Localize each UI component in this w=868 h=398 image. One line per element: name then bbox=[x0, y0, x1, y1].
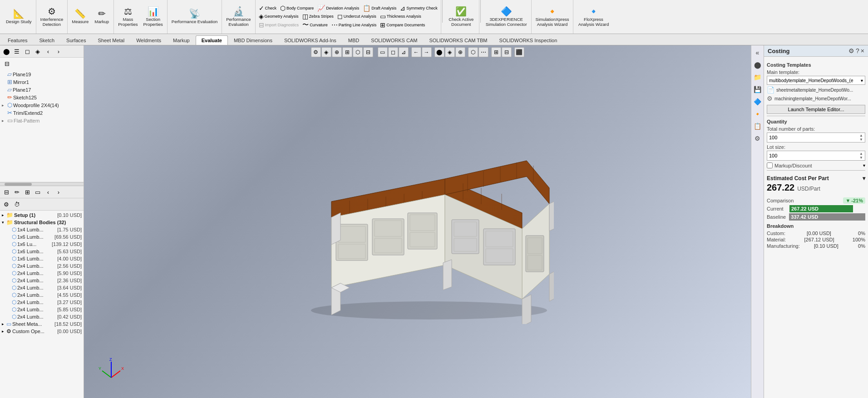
cost-item-1x6-lumb1[interactable]: ⬡ 1x6 Lumb... [69.56 USD] bbox=[0, 233, 84, 241]
tree-item-plane17[interactable]: ▱ Plane17 bbox=[0, 86, 84, 93]
measure-button[interactable]: 📏 Measure bbox=[69, 8, 91, 25]
cost-item-1x6-lumb4[interactable]: ⬡ 1x6 Lumb... [4.00 USD] bbox=[0, 255, 84, 262]
curvature-button[interactable]: 〜 Curvature bbox=[301, 20, 329, 29]
tab-evaluate[interactable]: Evaluate bbox=[196, 35, 228, 45]
vp-btn-18[interactable]: ⊟ bbox=[502, 47, 512, 57]
vp-btn-16[interactable]: ⋯ bbox=[478, 47, 488, 57]
vp-btn-5[interactable]: ⬡ bbox=[353, 47, 363, 57]
check-button[interactable]: ✓ Check bbox=[257, 4, 278, 12]
tree-item-flat-pattern[interactable]: ▸ ▭ Flat-Pattern bbox=[0, 117, 84, 124]
draft-analysis-button[interactable]: 📋 Draft Analysis bbox=[361, 4, 398, 12]
cost-item-2x4-lumb8[interactable]: ⬡ 2x4 Lumb... [0.42 USD] bbox=[0, 313, 84, 320]
feature-tree-btn4[interactable]: ◈ bbox=[33, 46, 43, 56]
tab-weldments[interactable]: Weldments bbox=[130, 35, 167, 45]
vp-btn-17[interactable]: ⊞ bbox=[491, 47, 501, 57]
vp-btn-15[interactable]: ⬡ bbox=[468, 47, 478, 57]
total-parts-input[interactable]: 100 bbox=[769, 135, 859, 140]
performance-evaluation-button[interactable]: 🔬 PerformanceEvaluation bbox=[224, 5, 253, 29]
rs-btn-2[interactable]: 📁 bbox=[752, 72, 763, 83]
vp-btn-19[interactable]: ⬛ bbox=[514, 47, 524, 57]
rs-btn-5[interactable]: 🔸 bbox=[752, 108, 763, 119]
vp-btn-3[interactable]: ⊕ bbox=[332, 47, 342, 57]
markup-button[interactable]: ✏ Markup bbox=[92, 8, 112, 25]
vp-btn-8[interactable]: ◻ bbox=[388, 47, 398, 57]
3dexperience-button[interactable]: 🔷 3DEXPERIENCESimulation Connector bbox=[483, 5, 529, 29]
tab-features[interactable]: Features bbox=[2, 35, 33, 45]
rs-btn-4[interactable]: 🔷 bbox=[752, 96, 763, 107]
cost-item-2x4-lumb5[interactable]: ⬡ 2x4 Lumb... [4.55 USD] bbox=[0, 291, 84, 299]
lot-arrow-up[interactable]: ▲ bbox=[859, 152, 863, 156]
check-active-document-button[interactable]: ✅ Check ActiveDocument bbox=[445, 5, 477, 29]
compare-documents-button[interactable]: ⊞ Compare Documents bbox=[379, 21, 426, 29]
zebra-stripes-button[interactable]: ◫ Zebra Stripes bbox=[301, 12, 335, 20]
cost-item-custom-ope[interactable]: ▸ ⚙ Custom Ope... [0.00 USD] bbox=[0, 328, 84, 335]
est-expand-icon[interactable]: ▾ bbox=[863, 175, 865, 182]
cost-btn4[interactable]: ▭ bbox=[33, 187, 43, 197]
cost-item-1x6-lumb3[interactable]: ⬡ 1x6 Lumb... [5.63 USD] bbox=[0, 248, 84, 255]
cost-item-sheet-metal[interactable]: ▸ ▭ Sheet Meta... [18.52 USD] bbox=[0, 320, 84, 328]
markup-expand-arrow[interactable]: ▾ bbox=[863, 163, 865, 168]
rs-btn-7[interactable]: ⚙ bbox=[752, 133, 763, 144]
mass-properties-button[interactable]: ⚖ MassProperties bbox=[116, 5, 140, 29]
total-parts-arrows[interactable]: ▲ ▼ bbox=[859, 133, 863, 142]
cost-item-2x4-lumb1[interactable]: ⬡ 2x4 Lumb... [2.56 USD] bbox=[0, 262, 84, 270]
feature-tree-next[interactable]: › bbox=[54, 46, 64, 56]
tab-mbd-dimensions[interactable]: MBD Dimensions bbox=[228, 35, 278, 45]
cost-item-1x4-lumb1[interactable]: ⬡ 1x4 Lumb... [1.75 USD] bbox=[0, 226, 84, 233]
feature-tree-btn1[interactable]: ⬤ bbox=[1, 46, 11, 56]
cost-btn1[interactable]: ⊟ bbox=[1, 187, 11, 197]
filter-icon[interactable]: ⊟ bbox=[2, 59, 12, 69]
vp-btn-1[interactable]: ⚙ bbox=[311, 47, 321, 57]
sensor-button[interactable]: 📡 Performance Evaluation bbox=[169, 8, 220, 25]
tab-solidworks-addins[interactable]: SOLIDWORKS Add-Ins bbox=[278, 35, 342, 45]
deviation-analysis-button[interactable]: 📈 Deviation Analysis bbox=[316, 4, 360, 12]
tree-item-plane19[interactable]: ▱ Plane19 bbox=[0, 70, 84, 78]
vp-btn-4[interactable]: ⊞ bbox=[342, 47, 352, 57]
rs-btn-6[interactable]: 📋 bbox=[752, 121, 763, 132]
cost-item-2x4-lumb7[interactable]: ⬡ 2x4 Lumb... [5.85 USD] bbox=[0, 306, 84, 313]
cost-item-structural-bodies[interactable]: ▾ 📁 Structural Bodies (32) bbox=[0, 219, 84, 226]
tab-solidworks-inspection[interactable]: SOLIDWORKS Inspection bbox=[493, 35, 563, 45]
body-compare-button[interactable]: ⬡ Body Compare bbox=[279, 4, 315, 12]
vp-btn-7[interactable]: ▭ bbox=[378, 47, 388, 57]
cost-next[interactable]: › bbox=[54, 187, 64, 197]
design-study-button[interactable]: 📐 Design Study bbox=[4, 8, 34, 25]
thickness-analysis-button[interactable]: ▭ Thickness Analysis bbox=[379, 12, 423, 20]
geometry-analysis-button[interactable]: ◈ Geometry Analysis bbox=[257, 12, 300, 20]
tab-markup[interactable]: Markup bbox=[167, 35, 196, 45]
cost-item-2x4-lumb6[interactable]: ⬡ 2x4 Lumb... [3.27 USD] bbox=[0, 299, 84, 306]
cost-item-2x4-lumb3[interactable]: ⬡ 2x4 Lumb... [2.36 USD] bbox=[0, 277, 84, 284]
import-diagnostics-button[interactable]: ⊟ Import Diagnostics bbox=[257, 21, 301, 29]
cost-extra-btn[interactable]: ⚙ bbox=[1, 199, 11, 209]
simulationxpress-button[interactable]: 🔸 SimulationXpressAnalysis Wizard bbox=[533, 5, 572, 29]
arrow-up[interactable]: ▲ bbox=[859, 133, 863, 138]
cost-extra-btn2[interactable]: ⏱ bbox=[12, 199, 22, 209]
tree-item-trim-extend[interactable]: ✂ Trim/Extend2 bbox=[0, 109, 84, 117]
tree-scrollbar-h[interactable] bbox=[0, 182, 84, 186]
cost-btn3[interactable]: ⊞ bbox=[22, 187, 32, 197]
lot-size-input[interactable]: 100 bbox=[769, 153, 859, 158]
cost-item-setup[interactable]: ▸ 📁 Setup (1) [0.10 USD] bbox=[0, 211, 84, 219]
cost-prev[interactable]: ‹ bbox=[43, 187, 53, 197]
rs-collapse-btn[interactable]: « bbox=[752, 47, 763, 58]
tree-item-woodprofile[interactable]: ▸ ⬡ Woodprofile 2X4(14) bbox=[0, 101, 84, 109]
tab-solidworks-cam[interactable]: SOLIDWORKS CAM bbox=[365, 35, 423, 45]
vp-btn-11[interactable]: → bbox=[422, 47, 432, 57]
cost-item-2x4-lumb4[interactable]: ⬡ 2x4 Lumb... [3.64 USD] bbox=[0, 284, 84, 291]
vp-btn-2[interactable]: ◈ bbox=[321, 47, 331, 57]
main-template-dropdown[interactable]: multibodytemplate_HomeDepotWoods_(e ▾ bbox=[767, 76, 865, 85]
lot-arrow-down[interactable]: ▼ bbox=[859, 156, 863, 160]
lot-size-arrows[interactable]: ▲ ▼ bbox=[859, 152, 863, 160]
tab-mbd[interactable]: MBD bbox=[342, 35, 365, 45]
arrow-down[interactable]: ▼ bbox=[859, 138, 863, 142]
costing-close-icon[interactable]: × bbox=[861, 47, 864, 54]
floexpress-button[interactable]: 🔹 FloXpressAnalysis Wizard bbox=[575, 5, 612, 29]
section-properties-button[interactable]: 📊 SectionProperties bbox=[141, 5, 165, 29]
vp-btn-12[interactable]: ⬤ bbox=[434, 47, 444, 57]
tab-solidworks-cam-tbm[interactable]: SOLIDWORKS CAM TBM bbox=[423, 35, 493, 45]
vp-btn-14[interactable]: ⊕ bbox=[455, 47, 465, 57]
3d-viewport[interactable]: ⚙ ◈ ⊕ ⊞ ⬡ ⊟ ▭ ◻ ⊿ ← → ⬤ ◈ ⊕ ⬡ ⋯ ⊞ ⊟ ⬛ bbox=[84, 45, 751, 398]
vp-btn-6[interactable]: ⊟ bbox=[363, 47, 373, 57]
vp-btn-10[interactable]: ← bbox=[411, 47, 421, 57]
cost-item-1x6-lu2[interactable]: ⬡ 1x6 Lu... [139.12 USD] bbox=[0, 241, 84, 248]
